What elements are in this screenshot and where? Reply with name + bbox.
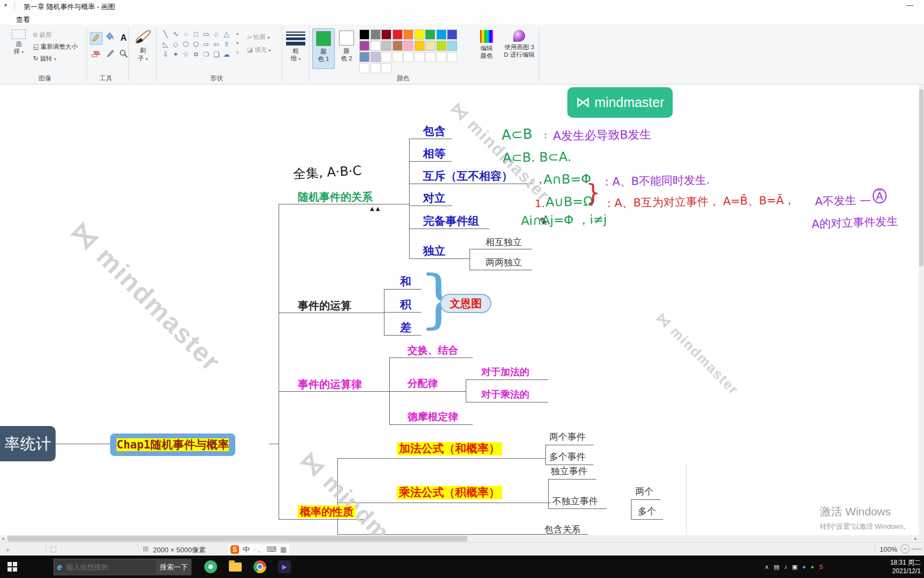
sogou-icon[interactable]: S <box>230 545 239 554</box>
palette-empty-6[interactable] <box>447 52 457 62</box>
palette-color-0-4[interactable] <box>403 29 413 40</box>
palette-empty-4[interactable] <box>425 52 435 62</box>
shape-1-0-icon[interactable]: ◺ <box>160 39 171 49</box>
palette-color-0-8[interactable] <box>447 29 457 40</box>
shape-1-3-icon[interactable]: ⬡ <box>191 39 201 49</box>
fill-tool[interactable] <box>104 32 116 44</box>
taskbar-search[interactable]: e <box>53 559 158 575</box>
scroll-right-icon[interactable]: ▸ <box>914 535 917 542</box>
green-app-icon[interactable] <box>204 560 217 573</box>
outline-button[interactable]: ▱ 轮廓 ▾ <box>247 33 270 41</box>
ime-mode[interactable]: 中 <box>243 545 250 554</box>
palette-color-1-5[interactable] <box>425 41 435 51</box>
tray-icon-2[interactable]: ♪ <box>784 564 787 570</box>
shapes-scroll[interactable]: ▴ ▾ ≡ <box>234 29 241 58</box>
palette-color-1-8[interactable] <box>359 52 369 62</box>
pencil-tool[interactable] <box>90 32 103 45</box>
palette-color-1-0[interactable] <box>371 41 381 51</box>
palette-color-1-9[interactable] <box>371 52 381 62</box>
palette-color-0-7[interactable] <box>436 29 446 40</box>
palette-color-0-6[interactable] <box>425 29 435 40</box>
search-go-button[interactable]: 搜索一下 <box>156 559 191 575</box>
shapes-down-icon[interactable]: ▾ <box>234 39 241 48</box>
palette-empty-5[interactable] <box>436 52 446 62</box>
resize-button[interactable]: ◱ 重新调整大小 <box>33 43 78 51</box>
taskbar-clock[interactable]: 18:31 周二 2021/12/1 <box>890 558 921 575</box>
shape-2-1-icon[interactable]: ✦ <box>171 49 181 59</box>
vertical-scrollbar[interactable] <box>919 84 924 542</box>
palette-color-0-0[interactable] <box>359 29 369 40</box>
horizontal-scrollbar[interactable]: ◂ ▸ <box>0 535 919 542</box>
palette-color-0-5[interactable] <box>414 29 425 40</box>
horizontal-scroll-thumb[interactable] <box>7 536 467 542</box>
tray-icon-3[interactable]: ▣ <box>792 564 797 571</box>
paint3d-button[interactable]: 使用画图 3 D 进行编辑 <box>502 29 537 59</box>
ime-toolbar[interactable]: S 中 ·， ⌨ ▦ <box>227 543 290 556</box>
palette-empty-8[interactable] <box>371 63 381 73</box>
search-input[interactable] <box>65 562 137 572</box>
edit-colors-button[interactable]: 编辑 颜色 <box>475 29 498 60</box>
palette-color-1-6[interactable] <box>436 41 446 51</box>
vertical-scroll-thumb[interactable] <box>919 89 923 266</box>
shape-0-2-icon[interactable]: ○ <box>181 29 191 39</box>
shape-0-1-icon[interactable]: ∿ <box>171 29 181 39</box>
rotate-button[interactable]: ↻ 旋转 ▾ <box>33 55 56 63</box>
palette-color-0-9[interactable] <box>359 41 369 51</box>
color-picker-tool[interactable] <box>104 49 116 61</box>
shape-0-0-icon[interactable]: ╲ <box>160 29 171 39</box>
palette-color-0-1[interactable] <box>371 29 381 40</box>
ime-keyboard-icon[interactable]: ⌨ <box>266 545 276 553</box>
palette-color-1-3[interactable] <box>403 41 413 51</box>
chrome-icon[interactable] <box>253 560 266 573</box>
scroll-left-icon[interactable]: ◂ <box>2 535 4 542</box>
media-player-icon[interactable]: ▶ <box>278 560 291 573</box>
palette-empty-3[interactable] <box>414 52 425 62</box>
magnifier-tool[interactable] <box>118 49 129 61</box>
shape-1-1-icon[interactable]: ◇ <box>171 39 181 49</box>
shapes-more-icon[interactable]: ≡ <box>234 48 241 58</box>
ime-toolbox-icon[interactable]: ▦ <box>280 545 287 553</box>
palette-empty-0[interactable] <box>381 52 391 62</box>
color2-button[interactable]: 颜 色 2 <box>336 28 357 68</box>
crop-button[interactable]: ⧉ 裁剪 <box>33 31 51 39</box>
palette-empty-9[interactable] <box>381 63 391 73</box>
tray-icon-5[interactable]: ● <box>811 564 814 570</box>
zoom-out-button[interactable]: − <box>900 544 910 553</box>
shape-1-4-icon[interactable]: ⇨ <box>201 39 211 49</box>
palette-empty-7[interactable] <box>359 63 369 73</box>
select-button[interactable]: 选 择 ▾ <box>9 29 29 56</box>
shape-0-4-icon[interactable]: ▭ <box>201 29 211 39</box>
file-explorer-icon[interactable] <box>229 562 242 572</box>
zoom-slider[interactable] <box>911 549 922 550</box>
start-button[interactable] <box>7 562 17 572</box>
tray-icon-0[interactable]: ∧ <box>765 564 769 571</box>
color1-button[interactable]: 颜 色 1 <box>312 28 335 69</box>
shapes-up-icon[interactable]: ▴ <box>234 29 241 39</box>
brush-button[interactable]: 刷 子 ▾ <box>132 29 154 62</box>
palette-empty-2[interactable] <box>403 52 413 62</box>
text-tool[interactable]: A <box>118 32 129 44</box>
shape-0-6-icon[interactable]: △ <box>221 29 232 39</box>
shape-2-3-icon[interactable]: ✡ <box>191 49 201 59</box>
palette-color-1-1[interactable] <box>381 41 391 51</box>
shape-1-2-icon[interactable]: ⬠ <box>181 39 191 49</box>
eraser-tool[interactable] <box>90 49 102 61</box>
shape-1-6-icon[interactable]: ⇧ <box>221 39 232 49</box>
shape-0-3-icon[interactable]: □ <box>191 29 201 39</box>
quick-access-caret-icon[interactable]: ▾ <box>4 2 7 8</box>
tray-icon-6[interactable]: S <box>819 564 823 570</box>
shape-1-5-icon[interactable]: ⇦ <box>211 39 221 49</box>
shape-2-5-icon[interactable]: ❑ <box>211 49 221 59</box>
shape-2-4-icon[interactable]: ❍ <box>201 49 211 59</box>
palette-color-0-2[interactable] <box>381 29 391 40</box>
palette-empty-1[interactable] <box>392 52 403 62</box>
palette-color-0-3[interactable] <box>392 29 403 40</box>
size-button[interactable]: 粗 细 ▾ <box>285 30 306 63</box>
tray-icon-4[interactable]: ● <box>802 564 806 570</box>
fill-style-button[interactable]: ◪ 填充 ▾ <box>247 46 271 54</box>
tab-view[interactable]: 查看 <box>12 14 34 25</box>
palette-color-1-2[interactable] <box>392 41 403 51</box>
ime-punctuation-icon[interactable]: ·， <box>253 545 263 554</box>
shape-2-0-icon[interactable]: ⇩ <box>160 49 171 59</box>
palette-color-1-7[interactable] <box>447 41 457 51</box>
